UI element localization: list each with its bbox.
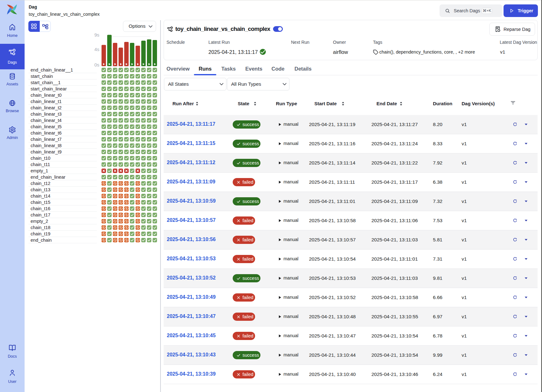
svg-text:9s: 9s: [94, 32, 99, 37]
svg-text:4s: 4s: [94, 47, 99, 52]
